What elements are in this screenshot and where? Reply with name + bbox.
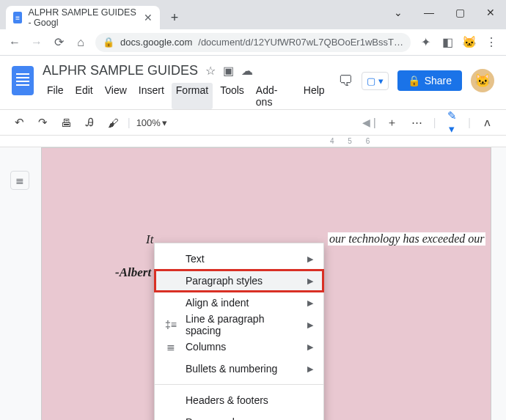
zoom-select[interactable]: 100% ▾ [136, 117, 167, 128]
caret-down-icon: ▾ [162, 117, 167, 128]
lock-icon: 🔒 [408, 75, 420, 86]
menu-file[interactable]: File [43, 83, 68, 109]
browser-toolbar: ← → ⟳ ⌂ 🔒 docs.google.com/document/d/12Y… [0, 29, 506, 56]
menu-tools[interactable]: Tools [216, 83, 249, 109]
share-button[interactable]: 🔒 Share [397, 70, 462, 91]
menu-edit[interactable]: Edit [71, 83, 98, 109]
docs-header: ALPHR SAMPLE GUIDES ☆ ▣ ☁ FileEditViewIn… [0, 56, 506, 109]
menu-item-label: Columns [186, 341, 298, 353]
address-bar[interactable]: 🔒 docs.google.com/document/d/12YUfWR07wL… [95, 33, 411, 52]
chrome-menu-icon[interactable]: ⋮ [484, 35, 499, 50]
menu-bar: FileEditViewInsertFormatToolsAdd-onsHelp [43, 83, 329, 109]
menu-item-icon: ‡≡ [165, 319, 177, 331]
star-icon[interactable]: ☆ [205, 64, 216, 78]
print-button[interactable]: 🖶 [57, 117, 75, 129]
close-window-button[interactable]: ✕ [475, 7, 506, 18]
home-button[interactable]: ⌂ [73, 35, 88, 50]
menu-item-label: Text [186, 253, 298, 265]
new-tab-button[interactable]: + [164, 7, 185, 28]
account-avatar[interactable]: 🐱 [471, 69, 494, 92]
menu-item-label: Paragraph styles [186, 275, 298, 287]
comments-icon[interactable]: 🗨 [338, 73, 353, 88]
horizontal-ruler: 4 5 6 [0, 136, 506, 147]
menu-item-icon: ≣ [165, 341, 177, 353]
back-button[interactable]: ← [7, 35, 22, 50]
close-tab-icon[interactable]: ✕ [144, 12, 153, 23]
cloud-status-icon[interactable]: ☁ [241, 64, 253, 78]
spellcheck-button[interactable]: Ꭿ [81, 116, 98, 129]
menu-help[interactable]: Help [299, 83, 329, 109]
menu-item-align-indent[interactable]: Align & indent▶ [155, 292, 323, 314]
redo-button[interactable]: ↷ [34, 116, 51, 129]
menu-item-bullets-numbering[interactable]: Bullets & numbering▶ [155, 358, 323, 380]
reload-button[interactable]: ⟳ [51, 35, 66, 50]
menu-item-label: Line & paragraph spacing [186, 313, 298, 336]
window-controls: ⌄ — ▢ ✕ [383, 0, 506, 25]
move-icon[interactable]: ▣ [223, 64, 234, 78]
document-text[interactable]: our technology has exceeded our [328, 232, 485, 246]
submenu-arrow-icon: ▶ [307, 342, 313, 352]
ruler-left-handle[interactable]: ◀ | [362, 117, 376, 128]
present-mode-button[interactable]: ▢▾ [362, 72, 389, 90]
caret-down-icon: ▾ [378, 75, 384, 86]
menu-format[interactable]: Format [172, 83, 213, 109]
collapse-toolbar-button[interactable]: ʌ [478, 116, 496, 129]
profile-avatar-icon[interactable]: 🐱 [462, 35, 477, 50]
side-panel-icon[interactable]: ◧ [440, 35, 455, 50]
forward-button[interactable]: → [29, 35, 44, 50]
present-icon: ▢ [367, 75, 375, 86]
menu-item-line-paragraph-spacing[interactable]: ‡≡Line & paragraph spacing▶ [155, 314, 323, 336]
url-host: docs.google.com [120, 37, 192, 48]
document-text[interactable]: -Albert [115, 265, 151, 280]
submenu-arrow-icon: ▶ [307, 254, 313, 264]
menu-item-columns[interactable]: ≣Columns▶ [155, 336, 323, 358]
share-url-icon[interactable]: ⇪ [409, 37, 411, 48]
document-text[interactable]: It [146, 232, 153, 247]
menu-item-label: Headers & footers [186, 394, 313, 406]
menu-view[interactable]: View [100, 83, 131, 109]
zoom-value: 100% [136, 117, 161, 128]
ruler-numbers: 4 5 6 [330, 137, 375, 145]
menu-item-label: Page numbers [186, 416, 313, 420]
more-tools-icon[interactable]: ⋯ [408, 116, 426, 129]
docs-logo-icon[interactable] [12, 66, 34, 95]
minimize-button[interactable]: — [414, 7, 444, 18]
editor-workspace: ≣ It our technology has exceeded our -Al… [0, 147, 506, 420]
menu-item-label: Bullets & numbering [186, 363, 298, 375]
menu-item-headers-footers[interactable]: Headers & footers [155, 389, 323, 411]
menu-item-text[interactable]: Text▶ [155, 248, 323, 270]
undo-button[interactable]: ↶ [10, 116, 28, 129]
share-label: Share [425, 75, 452, 86]
lock-icon: 🔒 [103, 37, 114, 48]
submenu-arrow-icon: ▶ [307, 298, 313, 308]
paint-format-button[interactable]: 🖌 [104, 117, 122, 129]
maximize-button[interactable]: ▢ [444, 7, 475, 18]
editing-mode-button[interactable]: ✎ ▾ [443, 109, 461, 136]
document-outline-button[interactable]: ≣ [10, 171, 29, 190]
window-dropdown-icon[interactable]: ⌄ [383, 7, 414, 18]
submenu-arrow-icon: ▶ [307, 320, 313, 330]
submenu-arrow-icon: ▶ [307, 364, 313, 374]
docs-favicon-icon: ≡ [13, 12, 22, 23]
menu-add-ons[interactable]: Add-ons [252, 83, 296, 109]
submenu-arrow-icon: ▶ [307, 276, 313, 286]
insert-button[interactable]: ＋ [384, 116, 401, 130]
docs-toolbar: ↶ ↷ 🖶 Ꭿ 🖌 | 100% ▾ ◀ | ＋ ⋯ | ✎ ▾ | ʌ [0, 109, 506, 136]
browser-tab[interactable]: ≡ ALPHR SAMPLE GUIDES - Googl ✕ [6, 6, 160, 29]
format-menu-dropdown: Text▶Paragraph styles▶Align & indent▶‡≡L… [154, 243, 324, 420]
menu-item-label: Align & indent [186, 297, 298, 309]
extensions-icon[interactable]: ✦ [418, 35, 433, 50]
tab-title: ALPHR SAMPLE GUIDES - Googl [28, 7, 138, 28]
menu-item-page-numbers[interactable]: Page numbers [155, 411, 323, 420]
url-path: /document/d/12YUfWR07wL7QBOoEr1wBssT… [198, 37, 403, 48]
document-title[interactable]: ALPHR SAMPLE GUIDES [43, 63, 198, 78]
menu-insert[interactable]: Insert [134, 83, 169, 109]
menu-item-paragraph-styles[interactable]: Paragraph styles▶ [155, 270, 323, 292]
